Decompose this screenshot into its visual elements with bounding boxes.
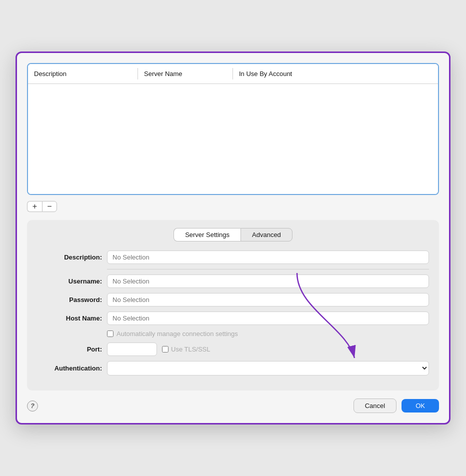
- description-row: Description:: [37, 250, 429, 264]
- password-label: Password:: [37, 296, 107, 304]
- hostname-input[interactable]: [107, 312, 429, 325]
- tab-advanced[interactable]: Advanced: [240, 228, 292, 242]
- description-divider: [107, 269, 429, 270]
- remove-button[interactable]: −: [42, 201, 57, 212]
- password-row: Password:: [37, 293, 429, 306]
- col-account-header: In Use By Account: [233, 68, 438, 80]
- tls-group: Use TLS/SSL: [162, 346, 210, 353]
- auto-manage-label: Automatically manage connection settings: [116, 330, 238, 338]
- tab-server-settings[interactable]: Server Settings: [174, 228, 240, 242]
- dialog-wrapper: Description Server Name In Use By Accoun…: [0, 0, 466, 476]
- table-header: Description Server Name In Use By Accoun…: [28, 64, 438, 84]
- username-row: Username:: [37, 274, 429, 288]
- col-description-header: Description: [28, 68, 138, 80]
- port-input[interactable]: 0: [107, 342, 157, 356]
- hostname-row: Host Name:: [37, 312, 429, 325]
- settings-panel: Server Settings Advanced Description: Us…: [27, 220, 439, 390]
- authentication-row: Authentication:: [37, 361, 429, 376]
- port-label: Port:: [37, 346, 107, 353]
- ok-button[interactable]: OK: [402, 399, 439, 412]
- description-input[interactable]: [107, 250, 429, 264]
- username-label: Username:: [37, 278, 107, 285]
- password-input[interactable]: [107, 293, 429, 306]
- col-server-header: Server Name: [138, 68, 233, 80]
- bottom-buttons: Cancel OK: [354, 398, 439, 413]
- authentication-select[interactable]: [107, 361, 429, 376]
- table-body[interactable]: [28, 84, 438, 194]
- add-remove-row: + −: [27, 201, 439, 212]
- authentication-label: Authentication:: [37, 364, 107, 372]
- bottom-bar: ? Cancel OK: [27, 398, 439, 413]
- description-label: Description:: [37, 254, 107, 261]
- help-button[interactable]: ?: [27, 400, 38, 412]
- dialog: Description Server Name In Use By Accoun…: [16, 52, 450, 424]
- tls-checkbox[interactable]: [162, 346, 168, 352]
- cancel-button[interactable]: Cancel: [354, 398, 396, 413]
- tls-label: Use TLS/SSL: [171, 346, 210, 353]
- auto-manage-row: Automatically manage connection settings: [107, 330, 429, 338]
- username-input[interactable]: [107, 274, 429, 288]
- add-button[interactable]: +: [27, 201, 42, 212]
- port-row: Port: 0 Use TLS/SSL: [37, 342, 429, 356]
- tab-bar: Server Settings Advanced: [37, 228, 429, 242]
- auto-manage-checkbox[interactable]: [107, 330, 114, 337]
- server-table[interactable]: Description Server Name In Use By Accoun…: [27, 63, 439, 195]
- hostname-label: Host Name:: [37, 314, 107, 322]
